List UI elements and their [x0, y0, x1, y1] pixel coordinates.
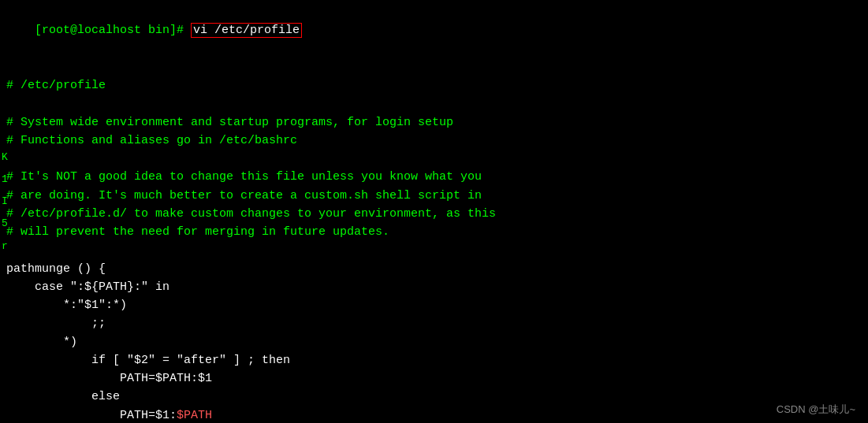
- code-line-1: # /etc/profile: [6, 76, 862, 95]
- prompt-line: [root@localhost bin]# vi /etc/profile: [6, 3, 862, 58]
- code-line-16: PATH=$1:$PATH: [6, 406, 862, 424]
- prompt-text: [root@localhost bin]#: [35, 24, 191, 37]
- code-line-8: pathmunge () {: [6, 260, 862, 278]
- code-line-7: # will prevent the need for merging in f…: [6, 223, 862, 241]
- blank-line-3: [6, 150, 862, 168]
- code-line-2: # System wide environment and startup pr…: [6, 113, 862, 132]
- blank-line-2: [6, 95, 862, 113]
- blank-line-1: [6, 58, 862, 76]
- command-box: vi /etc/profile: [191, 23, 302, 38]
- code-line-14: PATH=$PATH:$1: [6, 369, 862, 388]
- code-line-10: *:"$1":*): [6, 296, 862, 314]
- code-line-6: # /etc/profile.d/ to make custom changes…: [6, 205, 862, 223]
- code-line-11: ;;: [6, 314, 862, 332]
- code-line-3: # Functions and aliases go in /etc/bashr…: [6, 132, 862, 150]
- code-line-4: # It's NOT a good idea to change this fi…: [6, 168, 862, 186]
- code-line-9: case ":${PATH}:" in: [6, 278, 862, 296]
- watermark-text: CSDN @土味儿~: [777, 403, 855, 415]
- code-line-15: else: [6, 388, 862, 406]
- code-line-12: *): [6, 333, 862, 351]
- code-line-5: # are doing. It's much better to create …: [6, 187, 862, 205]
- watermark: CSDN @土味儿~: [777, 403, 855, 417]
- code-line-13: if [ "$2" = "after" ] ; then: [6, 351, 862, 369]
- terminal-window: [root@localhost bin]# vi /etc/profile # …: [0, 0, 868, 423]
- line-indicators: K 1 I 5 r: [2, 150, 8, 254]
- blank-line-4: [6, 241, 862, 259]
